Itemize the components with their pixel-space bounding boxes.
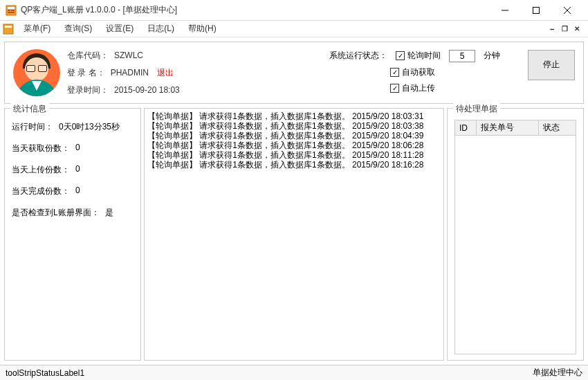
menu-help[interactable]: 帮助(H) (181, 21, 223, 36)
runtime-value: 0天0时13分35秒 (59, 121, 120, 133)
status-label: 系统运行状态： (329, 50, 387, 62)
auto-fetch-checkbox[interactable]: ✓ (390, 68, 399, 77)
log-line: 【轮询单据】 请求获得1条数据，插入数据库1条数据。 2015/9/20 18:… (147, 121, 441, 131)
svg-rect-1 (8, 7, 15, 9)
minimize-button[interactable] (489, 1, 520, 20)
login-name-label: 登 录 名： (67, 67, 105, 79)
check-value: 是 (105, 207, 113, 219)
log-line: 【轮询单据】 请求获得1条数据，插入数据库1条数据。 2015/9/20 18:… (147, 131, 441, 141)
status-info: 系统运行状态： ✓ 轮询时间 分钟 ✓ 自动获取 ✓ (329, 50, 500, 94)
fetch-count-value: 0 (75, 143, 80, 154)
fetch-count-label: 当天获取份数： (12, 143, 70, 154)
runtime-label: 运行时间： (12, 121, 53, 133)
poll-checkbox[interactable]: ✓ (396, 51, 405, 60)
complete-count-label: 当天完成份数： (12, 186, 70, 197)
pending-table-wrap[interactable]: ID 报关单号 状态 (454, 120, 576, 354)
warehouse-value: SZWLC (114, 51, 143, 60)
login-time-value: 2015-09-20 18:03 (114, 85, 180, 95)
mdi-close-button[interactable]: ✕ (571, 24, 582, 34)
mdi-restore-button[interactable]: ❐ (559, 24, 570, 34)
mdi-controls: ‒ ❐ ✕ (546, 24, 585, 34)
login-info: 仓库代码： SZWLC 登 录 名： PHADMIN 退出 登录时间： 2015… (67, 50, 180, 96)
statusbar-left: toolStripStatusLabel1 (6, 368, 84, 378)
stop-button[interactable]: 停止 (528, 50, 575, 80)
upload-count-label: 当天上传份数： (12, 164, 70, 176)
col-status[interactable]: 状态 (538, 120, 576, 136)
main-panels: 统计信息 运行时间： 0天0时13分35秒 当天获取份数： 0 当天上传份数： … (4, 108, 584, 361)
mdi-minimize-button[interactable]: ‒ (546, 24, 558, 34)
login-time-label: 登录时间： (67, 84, 109, 96)
auto-upload-checkbox[interactable]: ✓ (390, 84, 399, 93)
check-label: 是否检查到L账册界面： (12, 207, 100, 219)
log-line: 【轮询单据】 请求获得1条数据，插入数据库1条数据。 2015/9/20 18:… (147, 141, 441, 150)
titlebar: QP客户端_L账册 v1.0.0.0 - [单据处理中心] (0, 0, 588, 21)
menu-query[interactable]: 查询(S) (57, 21, 99, 36)
log-panel[interactable]: 【轮询单据】 请求获得1条数据，插入数据库1条数据。 2015/9/20 18:… (144, 108, 444, 361)
pending-panel: 待处理单据 ID 报关单号 状态 (447, 108, 584, 361)
content-area: 仓库代码： SZWLC 登 录 名： PHADMIN 退出 登录时间： 2015… (0, 37, 588, 365)
stats-legend: 统计信息 (10, 103, 49, 115)
complete-count-value: 0 (75, 186, 80, 197)
auto-fetch-label: 自动获取 (402, 66, 435, 78)
login-name-value: PHADMIN (111, 68, 149, 78)
col-id[interactable]: ID (455, 120, 476, 136)
menu-file[interactable]: 菜单(F) (17, 21, 57, 36)
poll-interval-input[interactable] (449, 50, 475, 62)
svg-rect-2 (8, 10, 10, 11)
svg-rect-3 (11, 10, 15, 11)
avatar (13, 49, 60, 96)
header-panel: 仓库代码： SZWLC 登 录 名： PHADMIN 退出 登录时间： 2015… (4, 42, 584, 104)
window-controls (489, 1, 582, 20)
log-line: 【轮询单据】 请求获得1条数据，插入数据库1条数据。 2015/9/20 18:… (147, 150, 441, 160)
svg-rect-4 (8, 12, 15, 13)
auto-upload-label: 自动上传 (402, 82, 435, 94)
window-title: QP客户端_L账册 v1.0.0.0 - [单据处理中心] (21, 4, 489, 16)
log-line: 【轮询单据】 请求获得1条数据，插入数据库1条数据。 2015/9/20 18:… (147, 111, 441, 121)
logout-link[interactable]: 退出 (157, 67, 174, 79)
menu-settings[interactable]: 设置(E) (99, 21, 140, 36)
menubar: 菜单(F) 查询(S) 设置(E) 日志(L) 帮助(H) ‒ ❐ ✕ (0, 21, 588, 37)
maximize-button[interactable] (520, 1, 551, 20)
stop-button-label: 停止 (543, 59, 560, 71)
menu-icon (3, 24, 14, 35)
warehouse-label: 仓库代码： (67, 50, 109, 62)
pending-table: ID 报关单号 状态 (455, 120, 576, 136)
statusbar: toolStripStatusLabel1 单据处理中心 (0, 365, 588, 380)
poll-label: 轮询时间 (407, 50, 441, 62)
upload-count-value: 0 (75, 164, 80, 176)
svg-rect-6 (533, 7, 539, 13)
pending-legend: 待处理单据 (453, 103, 500, 115)
app-icon (6, 5, 17, 16)
stats-panel: 统计信息 运行时间： 0天0时13分35秒 当天获取份数： 0 当天上传份数： … (4, 108, 141, 361)
svg-rect-10 (5, 26, 12, 28)
menu-log[interactable]: 日志(L) (140, 21, 181, 36)
log-line: 【轮询单据】 请求获得1条数据，插入数据库1条数据。 2015/9/20 18:… (147, 160, 441, 170)
close-button[interactable] (551, 1, 582, 20)
col-docno[interactable]: 报关单号 (476, 120, 538, 136)
statusbar-right: 单据处理中心 (533, 367, 582, 379)
poll-unit: 分钟 (484, 50, 500, 62)
info-columns: 仓库代码： SZWLC 登 录 名： PHADMIN 退出 登录时间： 2015… (67, 50, 575, 96)
